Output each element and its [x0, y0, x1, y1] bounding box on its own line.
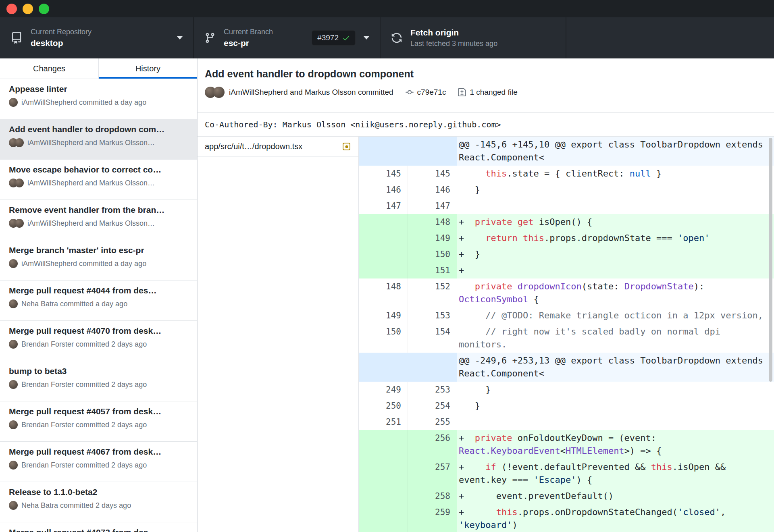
new-line-number: 259: [408, 504, 457, 532]
old-line-number: 145: [359, 166, 408, 182]
git-commit-icon: [406, 88, 414, 96]
commit-item-title: Appease linter: [9, 84, 189, 94]
repository-text: Current Repository desktop: [31, 28, 92, 48]
toolbar-spacer: [566, 17, 774, 58]
commit-list-item[interactable]: Release to 1.1.0-beta2Neha Batra committ…: [0, 482, 197, 522]
commit-item-meta-text: Brendan Forster committed 2 days ago: [21, 340, 147, 349]
commit-item-meta-text: Brendan Forster committed 2 days ago: [21, 421, 147, 429]
commit-detail-panel: Add event handler to dropdown component …: [198, 58, 774, 532]
diff-code-text: private dropdownIcon(state: DropdownStat…: [457, 278, 774, 308]
diff-code-text: [457, 414, 774, 430]
commit-sha: c79e71c: [417, 88, 446, 97]
commit-item-title: Add event handler to dropdown com…: [9, 125, 189, 134]
repository-label: Current Repository: [31, 28, 92, 36]
commit-list-item[interactable]: Move escape behavior to correct co…iAmWi…: [0, 160, 197, 200]
diff-scrollbar[interactable]: [769, 138, 772, 531]
commit-list-item[interactable]: Merge pull request #4072 from des…: [0, 522, 197, 532]
committer-avatars: [9, 299, 18, 308]
pr-badge: #3972: [312, 30, 356, 46]
old-line-number: [359, 459, 408, 488]
new-line-number: 258: [408, 488, 457, 504]
chevron-down-icon: [177, 36, 183, 39]
repository-picker[interactable]: Current Repository desktop: [0, 17, 194, 58]
diff-line: 150154 // right now it's scaled badly on…: [359, 324, 774, 353]
file-diff-icon: [458, 88, 466, 96]
github-desktop-window: { "toolbar": { "repository": { "label": …: [0, 0, 774, 532]
diff-hunk-header: @@ -145,6 +145,10 @@ export class Toolba…: [359, 137, 774, 166]
diff-code-text: @@ -145,6 +145,10 @@ export class Toolba…: [457, 137, 774, 166]
author-avatars: [205, 87, 225, 98]
diff-line: 258+ event.preventDefault(): [359, 488, 774, 504]
commit-list-item[interactable]: Merge pull request #4067 from desk…Brend…: [0, 442, 197, 482]
diff-code-text: @@ -249,6 +253,13 @@ export class Toolba…: [457, 353, 774, 382]
diff-code-text: + return this.props.dropdownState === 'o…: [457, 230, 774, 246]
diff-code-text: + private onFoldoutKeyDown = (event: Rea…: [457, 430, 774, 459]
committer-avatars: [9, 179, 24, 187]
commit-list-item[interactable]: Merge branch 'master' into esc-priAmWill…: [0, 240, 197, 281]
commit-item-meta-text: iAmWillShepherd and Markus Olsson…: [27, 139, 155, 147]
old-line-number: 149: [359, 308, 408, 324]
pr-number: #3972: [317, 33, 339, 42]
diff-code-text: + this.props.onDropdownStateChanged('clo…: [457, 504, 774, 532]
commit-list-item[interactable]: Merge pull request #4044 from des…Neha B…: [0, 281, 197, 321]
diff-code-text: +: [457, 262, 774, 278]
commit-list-item[interactable]: bump to beta3Brendan Forster committed 2…: [0, 361, 197, 401]
diff-line: 148+ private get isOpen() {: [359, 214, 774, 230]
branch-picker[interactable]: Current Branch esc-pr #3972: [194, 17, 381, 58]
check-icon: [342, 34, 350, 42]
fetch-origin-button[interactable]: Fetch origin Last fetched 3 minutes ago: [381, 17, 566, 58]
diff-line: 250254 }: [359, 398, 774, 414]
old-line-number: 148: [359, 278, 408, 308]
tab-changes[interactable]: Changes: [0, 58, 99, 79]
avatar: [9, 340, 18, 349]
diff-line: 149+ return this.props.dropdownState ===…: [359, 230, 774, 246]
old-line-number: [359, 246, 408, 262]
zoom-button[interactable]: [39, 4, 49, 14]
scrollbar-thumb[interactable]: [769, 138, 772, 382]
committer-avatars: [9, 259, 18, 268]
diff-line: 146146 }: [359, 182, 774, 198]
app-body: Changes History Appease linteriAmWillShe…: [0, 58, 774, 532]
old-line-number: [359, 137, 408, 166]
commit-item-title: Merge branch 'master' into esc-pr: [9, 245, 189, 255]
commit-item-meta: iAmWillShepherd committed a day ago: [9, 98, 189, 107]
commit-item-meta-text: iAmWillShepherd and Markus Olsson…: [27, 179, 155, 187]
committer-avatars: [9, 380, 18, 389]
committer-avatars: [9, 219, 24, 228]
diff-line: 257+ if (!event.defaultPrevented && this…: [359, 459, 774, 488]
commit-list-item[interactable]: Merge pull request #4070 from desk…Brend…: [0, 321, 197, 361]
commit-item-meta: Neha Batra committed a day ago: [9, 299, 189, 308]
file-path: app/src/ui/t…/dropdown.tsx: [205, 142, 338, 151]
commit-item-title: Merge pull request #4072 from des…: [9, 528, 189, 532]
commit-list-item[interactable]: Merge pull request #4057 from desk…Brend…: [0, 401, 197, 442]
commit-item-meta-text: iAmWillShepherd committed a day ago: [21, 260, 146, 268]
minimize-button[interactable]: [23, 4, 33, 14]
committer-avatars: [9, 340, 18, 349]
commit-list-item[interactable]: Appease linteriAmWillShepherd committed …: [0, 79, 197, 119]
old-line-number: 249: [359, 382, 408, 398]
file-row[interactable]: app/src/ui/t…/dropdown.tsx: [198, 137, 358, 157]
diff-line: 150+ }: [359, 246, 774, 262]
diff-code-text: }: [457, 182, 774, 198]
git-branch-icon: [204, 32, 216, 44]
tab-history[interactable]: History: [99, 58, 197, 79]
commit-list-item[interactable]: Remove event handler from the bran…iAmWi…: [0, 200, 197, 240]
old-line-number: [359, 430, 408, 459]
old-line-number: [359, 488, 408, 504]
commit-item-meta: Brendan Forster committed 2 days ago: [9, 380, 189, 389]
commit-list-item[interactable]: Add event handler to dropdown com…iAmWil…: [0, 119, 197, 160]
repo-icon: [10, 32, 23, 44]
commit-item-title: bump to beta3: [9, 366, 189, 376]
old-line-number: 150: [359, 324, 408, 353]
changed-file-list: app/src/ui/t…/dropdown.tsx: [198, 137, 359, 532]
titlebar: [0, 0, 774, 17]
commit-item-meta: Brendan Forster committed 2 days ago: [9, 461, 189, 470]
diff-line: 259+ this.props.onDropdownStateChanged('…: [359, 504, 774, 532]
sidebar-tabs: Changes History: [0, 58, 197, 79]
diff-content: app/src/ui/t…/dropdown.tsx @@ -145,6 +14…: [198, 137, 774, 532]
commit-item-title: Merge pull request #4067 from desk…: [9, 447, 189, 457]
old-line-number: [359, 353, 408, 382]
close-button[interactable]: [6, 4, 17, 14]
avatar: [9, 501, 18, 510]
new-line-number: 154: [408, 324, 457, 353]
